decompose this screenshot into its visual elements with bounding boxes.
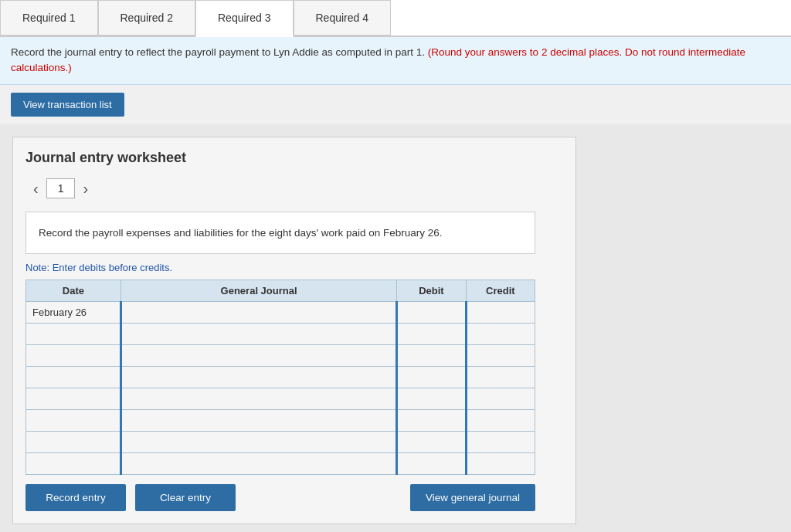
credit-cell-7[interactable] xyxy=(466,453,535,475)
table-row xyxy=(26,367,535,388)
date-cell-6 xyxy=(26,432,121,453)
debit-cell-5[interactable] xyxy=(397,410,466,432)
credit-input-4[interactable] xyxy=(467,388,535,409)
date-cell-1 xyxy=(26,324,121,345)
gj-input-6[interactable] xyxy=(122,432,396,452)
journal-table: Date General Journal Debit Credit Februa… xyxy=(25,280,535,475)
credit-input-3[interactable] xyxy=(467,367,535,388)
bottom-buttons: Record entry Clear entry View general jo… xyxy=(25,475,535,511)
credit-input-7[interactable] xyxy=(467,453,535,474)
gj-cell-4[interactable] xyxy=(121,388,396,410)
table-row xyxy=(26,432,535,453)
gj-input-3[interactable] xyxy=(122,367,396,388)
tab-bar: Required 1 Required 2 Required 3 Require… xyxy=(0,0,791,37)
table-row: February 26 xyxy=(26,302,535,324)
debit-input-6[interactable] xyxy=(398,432,464,452)
date-cell-0: February 26 xyxy=(26,302,121,324)
instruction-main-text: Record the journal entry to reflect the … xyxy=(11,46,428,58)
date-cell-2 xyxy=(26,345,121,367)
credit-input-2[interactable] xyxy=(467,345,535,366)
debit-cell-6[interactable] xyxy=(397,432,466,453)
debit-input-1[interactable] xyxy=(398,324,464,344)
debit-input-3[interactable] xyxy=(398,367,464,388)
instruction-bar: Record the journal entry to reflect the … xyxy=(0,37,791,85)
tab-required4[interactable]: Required 4 xyxy=(294,0,392,36)
credit-cell-0[interactable] xyxy=(466,302,535,324)
table-row xyxy=(26,388,535,410)
credit-cell-5[interactable] xyxy=(466,410,535,432)
credit-cell-3[interactable] xyxy=(466,367,535,388)
gj-cell-7[interactable] xyxy=(121,453,396,475)
note-text: Note: Enter debits before credits. xyxy=(25,262,563,273)
date-cell-3 xyxy=(26,367,121,388)
col-header-credit: Credit xyxy=(466,280,535,302)
debit-cell-4[interactable] xyxy=(397,388,466,410)
description-text: Record the payroll expenses and liabilit… xyxy=(39,227,443,239)
gj-cell-6[interactable] xyxy=(121,432,396,453)
worksheet-inner: Journal entry worksheet ‹ 1 › Record the… xyxy=(12,137,576,525)
next-page-button[interactable]: › xyxy=(75,177,96,201)
debit-cell-2[interactable] xyxy=(397,345,466,367)
clear-entry-button[interactable]: Clear entry xyxy=(135,484,236,511)
gj-cell-5[interactable] xyxy=(121,410,396,432)
date-cell-5 xyxy=(26,410,121,432)
table-row xyxy=(26,453,535,475)
gj-input-0[interactable] xyxy=(122,302,396,323)
gj-cell-0[interactable] xyxy=(121,302,396,324)
gj-input-5[interactable] xyxy=(122,410,396,431)
credit-cell-1[interactable] xyxy=(466,324,535,345)
tab-required3[interactable]: Required 3 xyxy=(195,0,294,37)
debit-cell-3[interactable] xyxy=(397,367,466,388)
credit-cell-4[interactable] xyxy=(466,388,535,410)
description-box: Record the payroll expenses and liabilit… xyxy=(25,212,535,255)
credit-input-6[interactable] xyxy=(467,432,535,452)
credit-cell-2[interactable] xyxy=(466,345,535,367)
debit-cell-7[interactable] xyxy=(397,453,466,475)
worksheet-container: Journal entry worksheet ‹ 1 › Record the… xyxy=(0,124,791,533)
credit-cell-6[interactable] xyxy=(466,432,535,453)
col-header-debit: Debit xyxy=(397,280,466,302)
debit-input-2[interactable] xyxy=(398,345,464,366)
date-cell-7 xyxy=(26,453,121,475)
debit-input-7[interactable] xyxy=(398,453,464,474)
record-entry-button[interactable]: Record entry xyxy=(25,484,126,511)
debit-input-0[interactable] xyxy=(398,302,464,323)
gj-input-7[interactable] xyxy=(122,453,396,474)
table-row xyxy=(26,324,535,345)
credit-input-0[interactable] xyxy=(467,302,535,323)
gj-input-2[interactable] xyxy=(122,345,396,366)
view-transaction-area: View transaction list xyxy=(0,85,791,124)
tab-required1[interactable]: Required 1 xyxy=(0,0,98,36)
gj-cell-3[interactable] xyxy=(121,367,396,388)
date-cell-4 xyxy=(26,388,121,410)
col-header-gj: General Journal xyxy=(121,280,396,302)
gj-input-4[interactable] xyxy=(122,388,396,409)
credit-input-1[interactable] xyxy=(467,324,535,344)
debit-input-4[interactable] xyxy=(398,388,464,409)
debit-input-5[interactable] xyxy=(398,410,464,431)
col-header-date: Date xyxy=(26,280,121,302)
gj-input-1[interactable] xyxy=(122,324,396,344)
page-number: 1 xyxy=(46,178,76,198)
worksheet-title: Journal entry worksheet xyxy=(25,150,563,166)
page-navigation: ‹ 1 › xyxy=(25,177,563,201)
credit-input-5[interactable] xyxy=(467,410,535,431)
view-general-journal-button[interactable]: View general journal xyxy=(410,484,535,511)
tab-required2[interactable]: Required 2 xyxy=(98,0,196,36)
view-transaction-button[interactable]: View transaction list xyxy=(11,93,124,117)
table-row xyxy=(26,410,535,432)
gj-cell-2[interactable] xyxy=(121,345,396,367)
prev-page-button[interactable]: ‹ xyxy=(25,177,46,201)
gj-cell-1[interactable] xyxy=(121,324,396,345)
debit-cell-0[interactable] xyxy=(397,302,466,324)
debit-cell-1[interactable] xyxy=(397,324,466,345)
table-row xyxy=(26,345,535,367)
